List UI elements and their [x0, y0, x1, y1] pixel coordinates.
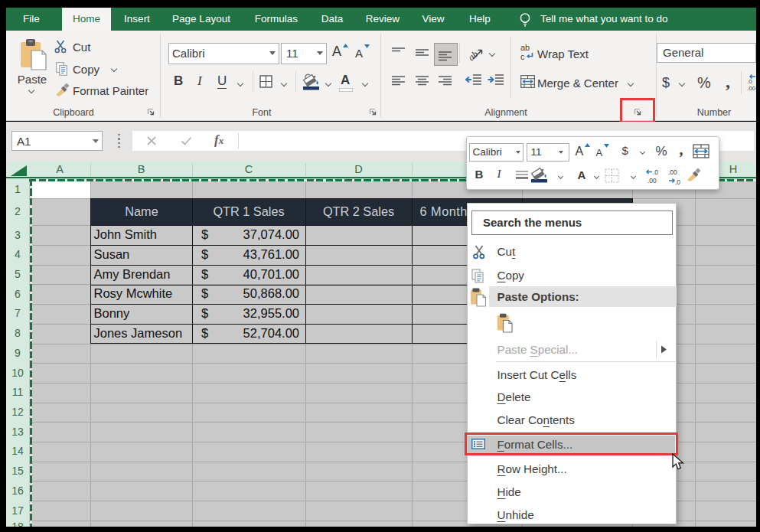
svg-text:.00: .00	[747, 85, 756, 92]
svg-text:.0: .0	[747, 78, 752, 85]
svg-text:.00: .00	[668, 168, 677, 175]
svg-text:.0: .0	[653, 168, 658, 176]
svg-text:c: c	[520, 52, 525, 61]
svg-text:.00: .00	[647, 177, 657, 184]
svg-text:ab: ab	[520, 43, 530, 52]
svg-text:.0: .0	[675, 178, 680, 184]
